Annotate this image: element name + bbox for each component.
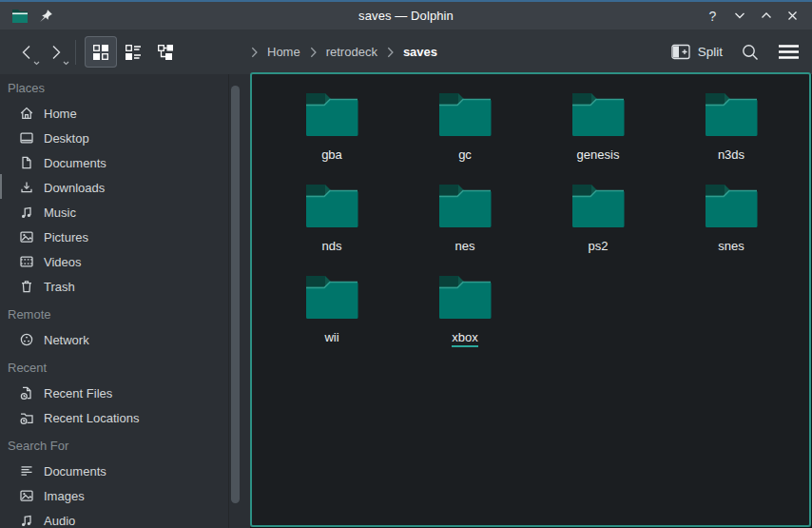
help-button[interactable]: ? xyxy=(705,8,721,24)
breadcrumb-item-retrodeck[interactable]: retrodeck xyxy=(323,45,380,59)
sidebar-item-documents[interactable]: Documents xyxy=(0,150,250,175)
folder-icon xyxy=(304,183,359,232)
music-note-icon xyxy=(19,205,34,220)
toolbar: Homeretrodecksaves Split xyxy=(0,29,812,74)
sidebar-item-label: Music xyxy=(44,205,76,220)
close-button[interactable] xyxy=(784,8,801,24)
film-icon xyxy=(19,254,34,269)
sidebar-item-label: Recent Files xyxy=(44,386,112,401)
dolphin-window: saves — Dolphin ? xyxy=(0,0,812,528)
folder-label: gc xyxy=(458,147,472,162)
forward-dropdown-caret-icon xyxy=(63,61,69,66)
sidebar-item-label: Documents xyxy=(44,156,106,170)
icons-view-button[interactable] xyxy=(85,36,117,68)
folder-genesis[interactable]: genesis xyxy=(532,84,665,175)
sidebar-item-label: Documents xyxy=(44,464,106,479)
folder-nes[interactable]: nes xyxy=(398,175,532,266)
folder-n3ds[interactable]: n3ds xyxy=(665,84,798,175)
folder-label: nds xyxy=(322,239,342,253)
titlebar[interactable]: saves — Dolphin ? xyxy=(0,2,812,29)
sidebar-section-recent: Recent xyxy=(0,356,250,381)
folder-app-icon xyxy=(11,9,29,24)
sidebar-section-search-for: Search For xyxy=(0,434,250,459)
sidebar-item-recent-locations[interactable]: Recent Locations xyxy=(0,405,250,430)
sidebar-item-network[interactable]: Network xyxy=(0,327,250,352)
folder-view[interactable]: gba gc genesis n3ds nds nes ps2 snes wii… xyxy=(250,72,811,527)
sidebar-section-places: Places xyxy=(0,76,250,101)
music-note-icon xyxy=(19,513,34,528)
search-icon[interactable] xyxy=(741,43,760,62)
sidebar-item-music[interactable]: Music xyxy=(0,200,250,225)
folder-label: gba xyxy=(321,147,342,162)
home-icon xyxy=(19,106,34,121)
folder-nds[interactable]: nds xyxy=(265,175,398,266)
sidebar-item-label: Pictures xyxy=(44,230,88,244)
sidebar-item-label: Home xyxy=(44,107,77,121)
document-icon xyxy=(19,155,34,170)
maximize-button[interactable] xyxy=(758,8,774,24)
folder-label: xbox xyxy=(452,330,477,347)
sidebar-item-audio[interactable]: Audio xyxy=(0,508,250,528)
folder-icon xyxy=(304,91,359,141)
sidebar-item-downloads[interactable]: Downloads xyxy=(0,175,250,200)
sidebar-item-trash[interactable]: Trash xyxy=(0,274,250,299)
folder-gc[interactable]: gc xyxy=(398,84,532,175)
folder-label: n3ds xyxy=(718,147,744,162)
icons-view-icon xyxy=(92,44,109,61)
window-controls: ? xyxy=(705,8,801,24)
folder-label: ps2 xyxy=(589,239,609,253)
sidebar-item-home[interactable]: Home xyxy=(0,101,250,126)
download-icon xyxy=(19,180,34,195)
arrow-back-icon xyxy=(19,44,34,61)
folder-ps2[interactable]: ps2 xyxy=(532,175,665,266)
folder-icon xyxy=(437,91,493,141)
back-button[interactable] xyxy=(11,37,41,68)
sidebar-item-documents[interactable]: Documents xyxy=(0,459,250,483)
image-icon xyxy=(19,488,34,503)
split-button-label: Split xyxy=(698,45,723,59)
pin-icon[interactable] xyxy=(39,9,53,23)
minimize-button[interactable] xyxy=(731,8,747,24)
split-button[interactable]: Split xyxy=(671,44,723,60)
sidebar-item-pictures[interactable]: Pictures xyxy=(0,225,250,249)
recent-folder-icon xyxy=(19,410,34,425)
network-icon xyxy=(19,332,34,347)
sidebar-scrollbar[interactable] xyxy=(231,86,240,503)
sidebar-item-label: Videos xyxy=(44,255,82,269)
folder-label: snes xyxy=(718,239,744,253)
folder-icon xyxy=(570,91,626,141)
sidebar-item-label: Images xyxy=(44,489,85,503)
toolbar-right: Split xyxy=(671,29,800,74)
folder-gba[interactable]: gba xyxy=(265,84,398,175)
close-icon xyxy=(787,10,798,21)
hamburger-menu-icon[interactable] xyxy=(778,44,800,60)
recent-file-icon xyxy=(19,385,34,401)
trash-icon xyxy=(19,279,34,294)
folder-snes[interactable]: snes xyxy=(665,175,798,266)
sidebar-item-recent-files[interactable]: Recent Files xyxy=(0,381,250,405)
sidebar-item-desktop[interactable]: Desktop xyxy=(0,126,250,150)
sidebar-item-label: Recent Locations xyxy=(44,411,139,425)
details-view-button[interactable] xyxy=(117,36,149,68)
breadcrumb-current: saves xyxy=(400,45,440,59)
split-view-icon xyxy=(671,44,690,60)
sidebar-item-videos[interactable]: Videos xyxy=(0,249,250,274)
breadcrumb-item-home[interactable]: Home xyxy=(264,45,303,59)
chevron-up-icon xyxy=(761,11,772,20)
folder-wii[interactable]: wii xyxy=(265,266,398,358)
image-icon xyxy=(19,229,34,244)
breadcrumb: Homeretrodecksaves xyxy=(251,29,440,74)
folder-xbox[interactable]: xbox xyxy=(398,266,532,358)
sidebar-item-label: Desktop xyxy=(44,131,89,146)
sidebar-item-label: Audio xyxy=(44,514,75,528)
places-panel: PlacesHomeDesktopDocumentsDownloadsMusic… xyxy=(0,74,250,528)
sidebar-item-images[interactable]: Images xyxy=(0,483,250,508)
toolbar-separator xyxy=(75,40,76,65)
forward-button[interactable] xyxy=(41,37,70,68)
tree-view-button[interactable] xyxy=(149,36,182,68)
sidebar-scrollbar-track-divider xyxy=(228,74,229,528)
tree-view-icon xyxy=(157,44,174,61)
sidebar-item-label: Trash xyxy=(44,280,75,294)
nav-cluster xyxy=(11,29,182,74)
sidebar-section-remote: Remote xyxy=(0,303,250,327)
